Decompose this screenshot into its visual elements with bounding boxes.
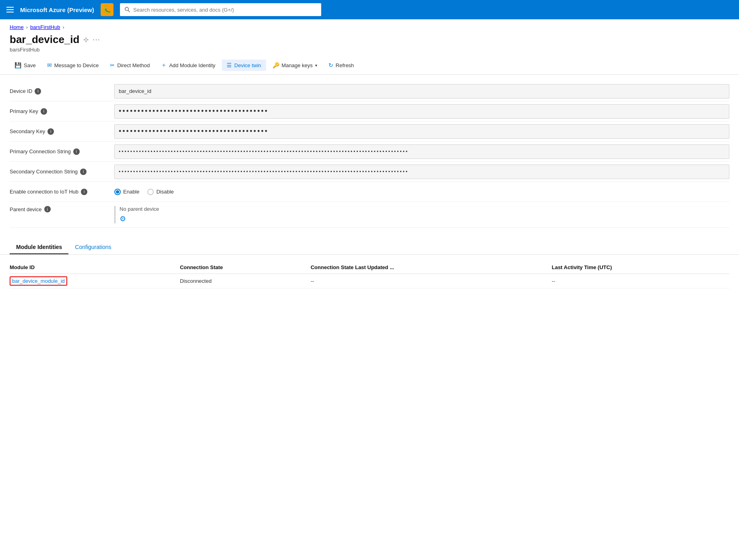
primary-connection-info-icon[interactable]: i (73, 148, 80, 155)
last-activity-cell: -- (552, 274, 729, 288)
iot-hub-info-icon[interactable]: i (81, 189, 87, 195)
table-area: Module ID Connection State Connection St… (0, 255, 739, 295)
enable-option[interactable]: Enable (114, 189, 139, 195)
breadcrumb: Home › barsFirstHub › (0, 19, 739, 32)
col-module-id: Module ID (10, 261, 180, 274)
device-twin-label: Device twin (234, 62, 261, 68)
save-button[interactable]: 💾 Save (10, 60, 41, 71)
primary-key-row: Primary Key i ••••••••••••••••••••••••••… (10, 101, 729, 121)
manage-keys-icon: 🔑 (272, 62, 279, 68)
gear-icon[interactable]: ⚙ (120, 215, 126, 223)
module-id-cell: bar_device_module_id (10, 274, 180, 288)
device-id-row: Device ID i (10, 81, 729, 101)
connection-state-updated-cell: -- (311, 274, 552, 288)
secondary-key-info-icon[interactable]: i (47, 128, 54, 135)
device-id-info-icon[interactable]: i (35, 88, 41, 95)
disable-label: Disable (156, 189, 173, 195)
no-parent-device-text: No parent device (120, 206, 729, 212)
secondary-connection-info-icon[interactable]: i (80, 169, 87, 175)
page-subtitle: barsFirstHub (10, 47, 729, 53)
search-input[interactable] (133, 7, 316, 13)
toolbar: 💾 Save ✉ Message to Device ✂ Direct Meth… (0, 56, 739, 75)
direct-method-button[interactable]: ✂ Direct Method (105, 60, 155, 71)
message-label: Message to Device (54, 62, 99, 68)
page-title: bar_device_id (10, 33, 79, 46)
breadcrumb-sep2: › (62, 24, 64, 30)
breadcrumb-sep1: › (26, 24, 28, 30)
enable-disable-group: Enable Disable (114, 189, 729, 195)
device-id-label: Device ID i (10, 88, 114, 95)
refresh-button[interactable]: ↻ Refresh (324, 60, 359, 71)
parent-device-section: No parent device ⚙ (114, 206, 729, 223)
secondary-key-value: •••••••••••••••••••••••••••••••••••••••• (114, 124, 729, 139)
feedback-icon[interactable]: 🐛 (101, 3, 114, 16)
primary-key-label: Primary Key i (10, 108, 114, 115)
iot-hub-label: Enable connection to IoT Hub i (10, 189, 114, 195)
iot-hub-value: Enable Disable (114, 189, 729, 195)
secondary-key-label: Secondary Key i (10, 128, 114, 135)
module-identities-table: Module ID Connection State Connection St… (10, 261, 729, 288)
device-twin-icon: ☰ (227, 62, 232, 68)
breadcrumb-hub[interactable]: barsFirstHub (30, 24, 60, 30)
more-options-icon[interactable]: ··· (93, 36, 100, 43)
enable-radio[interactable] (114, 189, 121, 195)
parent-device-label: Parent device i (10, 206, 114, 212)
refresh-icon: ↻ (328, 62, 333, 68)
device-form: Device ID i Primary Key i ••••••••••••••… (0, 75, 739, 234)
manage-keys-label: Manage keys (282, 62, 313, 68)
tabs-area: Module Identities Configurations (0, 234, 739, 255)
device-id-input[interactable] (114, 84, 729, 99)
direct-method-icon: ✂ (110, 62, 115, 68)
primary-key-value: •••••••••••••••••••••••••••••••••••••••• (114, 104, 729, 119)
breadcrumb-home[interactable]: Home (10, 24, 24, 30)
col-connection-state-updated: Connection State Last Updated ... (311, 261, 552, 274)
col-last-activity: Last Activity Time (UTC) (552, 261, 729, 274)
global-search[interactable] (120, 3, 321, 16)
dropdown-chevron-icon: ▾ (315, 63, 317, 68)
refresh-label: Refresh (336, 62, 354, 68)
module-id-link[interactable]: bar_device_module_id (10, 276, 67, 286)
disable-option[interactable]: Disable (147, 189, 173, 195)
save-icon: 💾 (14, 62, 21, 68)
secondary-connection-label: Secondary Connection String i (10, 169, 114, 175)
hamburger-menu[interactable] (6, 7, 14, 12)
iot-hub-row: Enable connection to IoT Hub i Enable Di… (10, 182, 729, 202)
direct-method-label: Direct Method (117, 62, 150, 68)
secondary-connection-dots[interactable]: ••••••••••••••••••••••••••••••••••••••••… (114, 165, 729, 179)
primary-connection-dots[interactable]: ••••••••••••••••••••••••••••••••••••••••… (114, 144, 729, 159)
manage-keys-button[interactable]: 🔑 Manage keys ▾ (268, 60, 322, 71)
col-connection-state: Connection State (180, 261, 311, 274)
add-module-label: Add Module Identity (169, 62, 215, 68)
secondary-key-dots[interactable]: •••••••••••••••••••••••••••••••••••••••• (114, 124, 729, 139)
svg-line-1 (128, 10, 130, 12)
search-icon (125, 7, 130, 12)
tab-configurations[interactable]: Configurations (68, 241, 118, 254)
device-twin-button[interactable]: ☰ Device twin (222, 60, 266, 71)
connection-state-cell: Disconnected (180, 274, 311, 288)
primary-key-dots[interactable]: •••••••••••••••••••••••••••••••••••••••• (114, 104, 729, 119)
page-header: bar_device_id ⊹ ··· barsFirstHub (0, 32, 739, 56)
secondary-connection-row: Secondary Connection String i ••••••••••… (10, 162, 729, 182)
primary-connection-value: ••••••••••••••••••••••••••••••••••••••••… (114, 144, 729, 159)
parent-device-value: No parent device ⚙ (114, 206, 729, 223)
disable-radio[interactable] (147, 189, 154, 195)
parent-device-row: Parent device i No parent device ⚙ (10, 202, 729, 228)
secondary-connection-value: ••••••••••••••••••••••••••••••••••••••••… (114, 165, 729, 179)
add-icon: ＋ (161, 62, 167, 69)
primary-connection-row: Primary Connection String i ••••••••••••… (10, 142, 729, 162)
tab-module-identities[interactable]: Module Identities (10, 241, 68, 254)
top-nav: Microsoft Azure (Preview) 🐛 (0, 0, 739, 19)
message-to-device-button[interactable]: ✉ Message to Device (42, 60, 104, 71)
table-row: bar_device_module_id Disconnected -- -- (10, 274, 729, 288)
app-title: Microsoft Azure (Preview) (20, 6, 94, 13)
primary-key-info-icon[interactable]: i (41, 108, 47, 115)
save-label: Save (24, 62, 36, 68)
message-icon: ✉ (47, 62, 52, 68)
svg-point-0 (125, 7, 128, 10)
primary-connection-label: Primary Connection String i (10, 148, 114, 155)
parent-device-info-icon[interactable]: i (44, 206, 51, 212)
pin-icon[interactable]: ⊹ (83, 36, 89, 43)
add-module-identity-button[interactable]: ＋ Add Module Identity (156, 59, 220, 71)
enable-label: Enable (123, 189, 139, 195)
device-id-value (114, 84, 729, 99)
